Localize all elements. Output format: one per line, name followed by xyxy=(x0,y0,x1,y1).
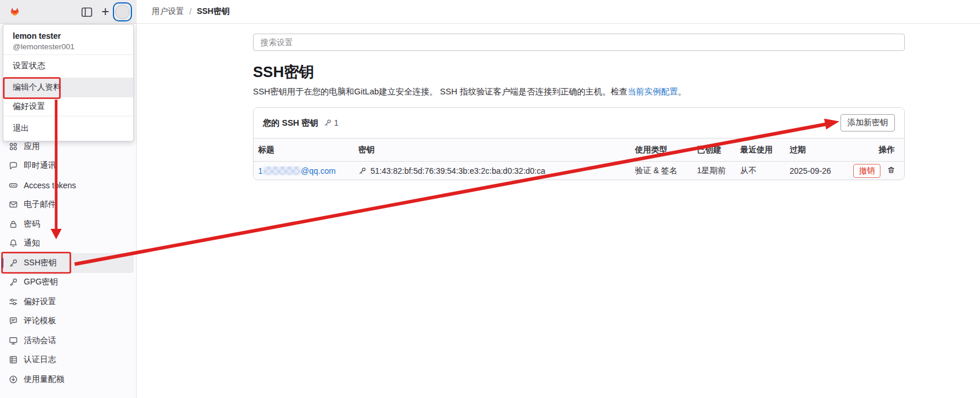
quota-icon xyxy=(9,375,18,384)
fingerprint-text: 51:43:82:bf:5d:76:39:54:3b:e3:2c:ba:d0:3… xyxy=(370,166,545,176)
apps-icon xyxy=(9,142,18,151)
lock-icon xyxy=(9,220,18,229)
usage-type-cell: 验证 & 签名 xyxy=(630,166,692,176)
table-header-row: 标题 密钥 使用类型 已创建 最近使用 过期 操作 xyxy=(254,138,904,162)
sidebar-item-auth-log[interactable]: 认证日志 xyxy=(1,350,134,370)
key-title-link[interactable]: 1@qq.com xyxy=(258,166,336,176)
last-used-cell: 从不 xyxy=(736,166,785,176)
user-name: lemon tester xyxy=(13,30,124,42)
card-title: 您的 SSH 密钥 xyxy=(263,118,318,129)
monitor-icon xyxy=(9,336,18,345)
dropdown-user-info: lemon tester @lemontester001 xyxy=(3,25,133,54)
topbar-left: + xyxy=(0,0,137,24)
page-title: SSH密钥 xyxy=(253,63,905,81)
sidebar-item-preferences[interactable]: 偏好设置 xyxy=(1,292,134,312)
active-indicator xyxy=(1,258,3,268)
gitlab-logo[interactable] xyxy=(7,4,23,20)
menu-item-sign-out[interactable]: 退出 xyxy=(3,116,133,141)
breadcrumb-current: SSH密钥 xyxy=(197,6,230,17)
sidebar-item-comment-templates[interactable]: 评论模板 xyxy=(1,312,134,331)
key-icon xyxy=(324,119,332,127)
sidebar-item-active-sessions[interactable]: 活动会话 xyxy=(1,331,134,350)
col-expires: 过期 xyxy=(785,145,849,155)
preferences-icon xyxy=(9,297,18,306)
key-icon xyxy=(9,277,18,287)
breadcrumb-user-settings[interactable]: 用户设置 xyxy=(152,6,184,17)
key-fingerprint-cell: 51:43:82:bf:5d:76:39:54:3b:e3:2c:ba:d0:3… xyxy=(354,166,630,176)
sidebar-nav: 应用 即时通讯 Access tokens 电子邮件 密码 xyxy=(0,137,136,389)
bell-icon xyxy=(9,239,18,248)
sidebar-item-gpg-keys[interactable]: GPG密钥 xyxy=(1,273,134,293)
key-count-badge: 1 xyxy=(324,118,339,127)
card-header: 您的 SSH 密钥 1 添加新密钥 xyxy=(254,108,904,138)
sidebar-item-access-tokens[interactable]: Access tokens xyxy=(1,176,134,195)
menu-item-edit-profile[interactable]: 编辑个人资料 xyxy=(3,78,133,97)
col-actions: 操作 xyxy=(849,145,904,155)
sidebar-item-notifications[interactable]: 通知 xyxy=(1,234,134,254)
main-content: SSH密钥 SSH密钥用于在您的电脑和GitLab建立安全连接。 SSH 指纹验… xyxy=(137,24,980,398)
created-cell: 1星期前 xyxy=(692,166,736,176)
trash-icon[interactable] xyxy=(887,166,895,176)
key-icon xyxy=(358,167,366,175)
sidebar-item-password[interactable]: 密码 xyxy=(1,214,134,234)
page-description: SSH密钥用于在您的电脑和GitLab建立安全连接。 SSH 指纹验证客户端是否… xyxy=(253,86,905,97)
sidebar-toggle-icon[interactable] xyxy=(81,6,93,18)
redacted-text xyxy=(263,166,300,175)
menu-item-set-status[interactable]: 设置状态 xyxy=(3,55,133,78)
user-username: @lemontester001 xyxy=(13,42,124,52)
chat-icon xyxy=(9,161,18,170)
breadcrumb-separator: / xyxy=(189,7,192,16)
ssh-keys-table: 标题 密钥 使用类型 已创建 最近使用 过期 操作 1@qq.com xyxy=(254,138,904,180)
log-icon xyxy=(9,355,18,364)
email-icon xyxy=(9,200,18,209)
plus-icon[interactable]: + xyxy=(99,3,112,15)
add-new-key-button[interactable]: 添加新密钥 xyxy=(840,114,895,132)
sidebar-item-emails[interactable]: 电子邮件 xyxy=(1,195,134,215)
col-created: 已创建 xyxy=(692,145,736,155)
expires-cell: 2025-09-26 xyxy=(785,166,849,176)
col-usage-type: 使用类型 xyxy=(630,145,692,155)
avatar-circle xyxy=(115,5,130,19)
ssh-keys-card: 您的 SSH 密钥 1 添加新密钥 标题 密钥 使用类型 已创建 最 xyxy=(253,107,905,180)
col-last-used: 最近使用 xyxy=(736,145,785,155)
token-icon xyxy=(9,181,18,190)
col-title: 标题 xyxy=(254,145,354,155)
revoke-button[interactable]: 撤销 xyxy=(853,164,880,178)
user-dropdown-menu: lemon tester @lemontester001 设置状态 编辑个人资料… xyxy=(3,24,134,141)
table-row: 1@qq.com 51:43:82:bf:5d:76:39:54:3b:e3:2… xyxy=(254,162,904,180)
search-input[interactable] xyxy=(253,34,905,51)
key-title-cell: 1@qq.com xyxy=(254,166,354,176)
sidebar-item-usage-quotas[interactable]: 使用量配额 xyxy=(1,370,134,389)
actions-cell: 撤销 xyxy=(849,164,904,178)
instance-config-link[interactable]: 当前实例配置 xyxy=(627,87,678,96)
avatar[interactable] xyxy=(113,2,132,21)
key-icon xyxy=(9,258,18,268)
comment-icon xyxy=(9,316,18,326)
menu-item-preferences[interactable]: 偏好设置 xyxy=(3,97,133,116)
sidebar-item-chat[interactable]: 即时通讯 xyxy=(1,156,134,176)
breadcrumb: 用户设置 / SSH密钥 xyxy=(137,0,980,24)
sidebar-item-ssh-keys[interactable]: SSH密钥 xyxy=(1,253,134,273)
col-key: 密钥 xyxy=(354,145,630,155)
